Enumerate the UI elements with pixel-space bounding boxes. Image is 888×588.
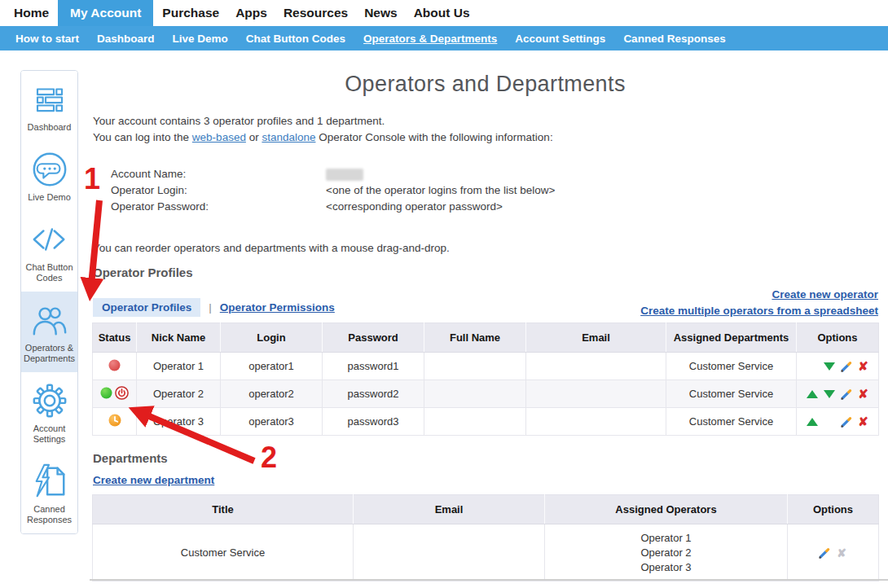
sidebar-item-chat-button-codes[interactable]: Chat Button Codes — [21, 211, 77, 292]
sidebar-item-live-demo[interactable]: Live Demo — [21, 141, 77, 211]
tab-operator-permissions[interactable]: Operator Permissions — [220, 301, 335, 314]
sub-nav-how-to-start[interactable]: How to start — [7, 33, 88, 45]
department-row-1[interactable]: Customer Service Operator 1 Operator 2 O… — [93, 524, 879, 581]
nick-name-cell: Operator 1 — [137, 353, 221, 380]
top-navigation: Home My Account Purchase Apps Resources … — [0, 0, 888, 26]
top-nav-apps[interactable]: Apps — [228, 0, 275, 26]
top-nav-about-us[interactable]: About Us — [407, 0, 477, 26]
departments-heading: Departments — [93, 451, 168, 465]
options-cell: ✘ — [797, 408, 879, 436]
edit-pencil-icon[interactable] — [817, 546, 833, 560]
top-nav-resources[interactable]: Resources — [276, 0, 355, 26]
col-full-name: Full Name — [424, 323, 526, 353]
sidebar-item-operators-departments[interactable]: Operators & Departments — [21, 292, 77, 372]
offline-status-icon — [108, 359, 121, 374]
operator-tabs: Operator Profiles | Operator Permissions — [93, 298, 335, 317]
status-cell — [93, 380, 137, 408]
full-name-cell — [424, 353, 526, 380]
standalone-link[interactable]: standalone — [262, 131, 315, 143]
operator-row-1[interactable]: Operator 1 operator1 password1 Customer … — [93, 353, 879, 380]
intro-line-2: You can log into the web-based or standa… — [93, 129, 553, 146]
delete-x-icon[interactable]: ✘ — [855, 387, 871, 402]
edit-pencil-icon[interactable] — [838, 359, 854, 374]
sub-nav-canned-responses[interactable]: Canned Responses — [614, 33, 734, 45]
empty-slot — [804, 359, 820, 374]
sub-nav-operators-departments[interactable]: Operators & Departments — [354, 33, 506, 45]
col-assigned-operators: Assigned Operators — [545, 495, 788, 524]
account-name-redacted-value — [326, 169, 363, 181]
title-cell: Customer Service — [93, 524, 354, 581]
operator-password-label: Operator Password: — [111, 199, 326, 215]
page-title: Operators and Departments — [92, 72, 878, 97]
operator-row-2[interactable]: Operator 2 operator2 password2 Customer … — [93, 380, 879, 408]
top-nav-my-account[interactable]: My Account — [58, 0, 153, 26]
logout-power-button-icon[interactable] — [115, 386, 129, 402]
sub-nav-dashboard[interactable]: Dashboard — [88, 33, 164, 45]
intro-line-1: Your account contains 3 operator profile… — [93, 113, 553, 129]
nick-name-cell: Operator 3 — [137, 408, 221, 436]
top-nav-purchase[interactable]: Purchase — [155, 0, 226, 26]
col-options: Options — [788, 495, 879, 524]
login-cell: operator2 — [221, 380, 323, 408]
sub-nav-live-demo[interactable]: Live Demo — [164, 33, 237, 45]
edit-pencil-icon[interactable] — [838, 415, 854, 429]
gear-icon — [31, 382, 68, 419]
delete-x-disabled-icon: ✘ — [834, 546, 850, 560]
departments-table: Title Email Assigned Operators Options C… — [92, 494, 879, 581]
sidebar-item-account-settings[interactable]: Account Settings — [21, 372, 77, 453]
full-name-cell — [424, 380, 526, 408]
delete-x-icon[interactable]: ✘ — [855, 359, 871, 374]
move-down-icon[interactable] — [821, 359, 837, 374]
col-assigned-departments: Assigned Departments — [666, 323, 797, 353]
email-cell — [526, 408, 666, 436]
departments-cell: Customer Service — [666, 353, 797, 380]
annotation-marker-2: 2 — [261, 441, 277, 475]
col-options: Options — [797, 323, 879, 353]
create-new-operator-link[interactable]: Create new operator — [772, 288, 878, 301]
sidebar-item-label: Dashboard — [28, 122, 72, 133]
col-email: Email — [354, 495, 545, 524]
sidebar-item-dashboard[interactable]: Dashboard — [21, 71, 77, 141]
intro-line-2-post: Operator Console with the following info… — [315, 131, 552, 143]
top-nav-home[interactable]: Home — [7, 0, 56, 26]
create-new-department-link[interactable]: Create new department — [93, 474, 214, 486]
password-cell: password1 — [323, 353, 424, 380]
chat-bubble-icon — [31, 151, 68, 188]
reorder-note: You can reorder operators and department… — [93, 242, 450, 254]
password-cell: password2 — [323, 380, 424, 408]
operator-profiles-heading: Operator Profiles — [93, 265, 193, 279]
sub-nav-chat-button-codes[interactable]: Chat Button Codes — [237, 33, 354, 45]
departments-table-header: Title Email Assigned Operators Options — [93, 495, 879, 524]
operator-login-value: <one of the operator logins from the lis… — [326, 182, 555, 199]
col-password: Password — [323, 323, 424, 353]
col-login: Login — [221, 323, 323, 353]
move-up-icon[interactable] — [804, 415, 820, 429]
sidebar-item-canned-responses[interactable]: Canned Responses — [21, 453, 77, 533]
move-up-icon[interactable] — [804, 387, 820, 402]
move-down-icon[interactable] — [821, 387, 837, 402]
delete-x-icon[interactable]: ✘ — [855, 415, 871, 429]
intro-text: Your account contains 3 operator profile… — [93, 113, 553, 146]
sub-nav-account-settings[interactable]: Account Settings — [506, 33, 614, 45]
create-multiple-operators-link[interactable]: Create multiple operators from a spreads… — [640, 305, 878, 317]
status-cell — [93, 353, 137, 380]
edit-pencil-icon[interactable] — [838, 387, 854, 402]
sidebar-item-label: Operators & Departments — [23, 343, 76, 364]
col-status: Status — [93, 323, 137, 353]
operators-table-header: Status Nick Name Login Password Full Nam… — [93, 323, 879, 353]
options-cell: ✘ — [797, 380, 879, 408]
assigned-operators-cell: Operator 1 Operator 2 Operator 3 — [545, 524, 788, 581]
departments-cell: Customer Service — [666, 408, 797, 436]
operator-row-3[interactable]: Operator 3 operator3 password3 Customer … — [93, 408, 879, 436]
footer-divider — [90, 579, 888, 581]
tab-operator-profiles[interactable]: Operator Profiles — [93, 298, 200, 317]
top-nav-news[interactable]: News — [357, 0, 405, 26]
create-operator-links: Create new operator Create multiple oper… — [640, 286, 878, 318]
departments-cell: Customer Service — [666, 380, 797, 408]
settings-sidebar: Dashboard Live Demo — [20, 70, 78, 534]
sidebar-item-label: Live Demo — [28, 192, 71, 203]
web-based-link[interactable]: web-based — [192, 131, 246, 143]
login-cell: operator1 — [221, 353, 323, 380]
full-name-cell — [424, 408, 526, 436]
operator-login-label: Operator Login: — [111, 182, 326, 199]
